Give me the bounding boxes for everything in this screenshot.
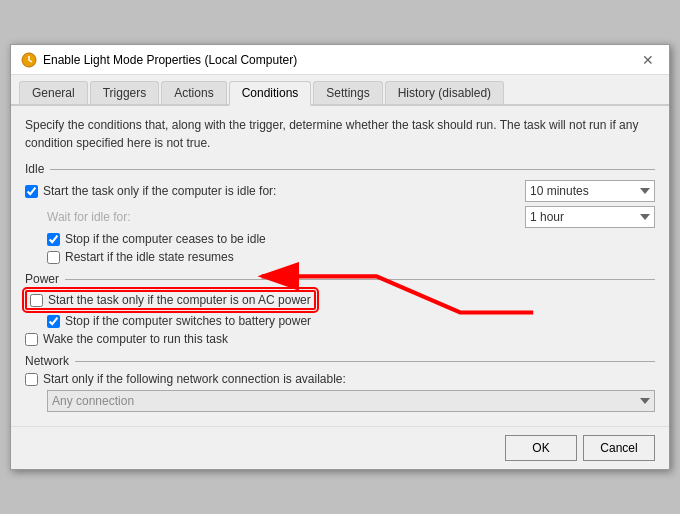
cancel-button[interactable]: Cancel: [583, 435, 655, 461]
idle-section-header: Idle: [25, 162, 655, 176]
dialog-title: Enable Light Mode Properties (Local Comp…: [43, 53, 297, 67]
title-bar: Enable Light Mode Properties (Local Comp…: [11, 45, 669, 75]
battery-label[interactable]: Stop if the computer switches to battery…: [47, 314, 311, 328]
stop-idle-text: Stop if the computer ceases to be idle: [65, 232, 266, 246]
ac-power-row: Start the task only if the computer is o…: [25, 290, 655, 310]
network-label: Network: [25, 354, 69, 368]
restart-idle-checkbox[interactable]: [47, 251, 60, 264]
close-button[interactable]: ✕: [637, 49, 659, 71]
description-text: Specify the conditions that, along with …: [25, 116, 655, 152]
tabs-bar: General Triggers Actions Conditions Sett…: [11, 75, 669, 106]
wait-for-idle-label-area: Wait for idle for:: [25, 210, 131, 224]
stop-idle-row: Stop if the computer ceases to be idle: [25, 232, 655, 246]
tab-general[interactable]: General: [19, 81, 88, 104]
network-section-header: Network: [25, 354, 655, 368]
idle-label: Idle: [25, 162, 44, 176]
wake-label[interactable]: Wake the computer to run this task: [25, 332, 228, 346]
wake-text: Wake the computer to run this task: [43, 332, 228, 346]
tab-settings[interactable]: Settings: [313, 81, 382, 104]
tab-history[interactable]: History (disabled): [385, 81, 504, 104]
wake-checkbox[interactable]: [25, 333, 38, 346]
wait-for-idle-row: Wait for idle for: 1 hour 2 hours: [25, 206, 655, 228]
network-start-text: Start only if the following network conn…: [43, 372, 346, 386]
power-section-header: Power: [25, 272, 655, 286]
idle-for-select-area: 10 minutes 15 minutes 30 minutes: [525, 180, 655, 202]
content-area: Specify the conditions that, along with …: [11, 106, 669, 426]
network-start-row: Start only if the following network conn…: [25, 372, 655, 386]
network-connection-select[interactable]: Any connection: [47, 390, 655, 412]
dialog-window: Enable Light Mode Properties (Local Comp…: [10, 44, 670, 470]
tab-conditions[interactable]: Conditions: [229, 81, 312, 106]
network-start-checkbox[interactable]: [25, 373, 38, 386]
wait-for-idle-select[interactable]: 1 hour 2 hours: [525, 206, 655, 228]
battery-checkbox[interactable]: [47, 315, 60, 328]
restart-idle-row: Restart if the idle state resumes: [25, 250, 655, 264]
idle-checkbox-area: Start the task only if the computer is i…: [25, 184, 276, 198]
idle-start-row: Start the task only if the computer is i…: [25, 180, 655, 202]
restart-idle-label[interactable]: Restart if the idle state resumes: [47, 250, 234, 264]
ac-power-checkbox[interactable]: [30, 294, 43, 307]
battery-row: Stop if the computer switches to battery…: [25, 314, 655, 328]
ok-button[interactable]: OK: [505, 435, 577, 461]
tab-triggers[interactable]: Triggers: [90, 81, 160, 104]
stop-idle-label[interactable]: Stop if the computer ceases to be idle: [47, 232, 266, 246]
ac-power-text: Start the task only if the computer is o…: [48, 293, 311, 307]
wait-for-idle-label: Wait for idle for:: [25, 210, 131, 224]
network-dropdown-row: Any connection: [47, 390, 655, 412]
restart-idle-text: Restart if the idle state resumes: [65, 250, 234, 264]
ac-power-label[interactable]: Start the task only if the computer is o…: [25, 290, 316, 310]
power-label: Power: [25, 272, 59, 286]
title-bar-left: Enable Light Mode Properties (Local Comp…: [21, 52, 297, 68]
app-icon: [21, 52, 37, 68]
idle-for-select[interactable]: 10 minutes 15 minutes 30 minutes: [525, 180, 655, 202]
dialog-footer: OK Cancel: [11, 426, 669, 469]
battery-text: Stop if the computer switches to battery…: [65, 314, 311, 328]
wait-for-idle-select-area: 1 hour 2 hours: [525, 206, 655, 228]
tab-actions[interactable]: Actions: [161, 81, 226, 104]
idle-start-label: Start the task only if the computer is i…: [43, 184, 276, 198]
wake-row: Wake the computer to run this task: [25, 332, 655, 346]
stop-idle-checkbox[interactable]: [47, 233, 60, 246]
idle-start-checkbox[interactable]: [25, 185, 38, 198]
network-start-label[interactable]: Start only if the following network conn…: [25, 372, 346, 386]
